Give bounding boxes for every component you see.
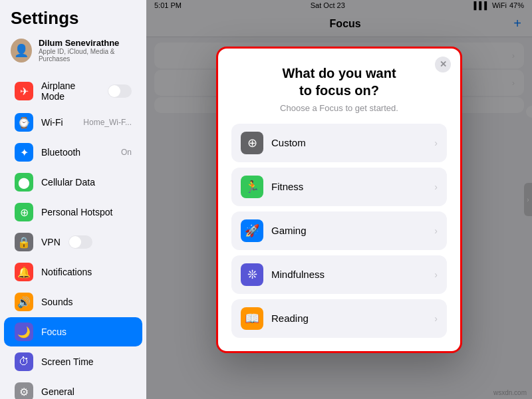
sidebar-header: Settings 👤 Dilum Senevirathne Apple ID, …: [0, 0, 146, 72]
sidebar-icon-bluetooth: ✦: [15, 143, 33, 162]
focus-options-list: ⊕Custom›🏃Fitness›🚀Gaming›❊Mindfulness›📖R…: [231, 124, 447, 338]
sidebar-items-list: ✈Airplane Mode⌚Wi-FiHome_Wi-F...✦Bluetoo…: [0, 72, 146, 399]
sidebar-item-vpn[interactable]: 🔒VPN: [4, 227, 142, 257]
sidebar-label: Cellular Data: [41, 177, 95, 188]
sidebar-icon-screen-time: ⏱: [15, 352, 33, 371]
sidebar-label: Sounds: [41, 297, 72, 307]
user-info: Dilum Senevirathne Apple ID, iCloud, Med…: [39, 38, 136, 63]
sidebar-item-value: Home_Wi-F...: [83, 118, 132, 127]
focus-option-reading[interactable]: 📖Reading›: [231, 299, 447, 338]
user-sub: Apple ID, iCloud, Media & Purchases: [39, 48, 136, 63]
sidebar-item-wi-fi[interactable]: ⌚Wi-FiHome_Wi-F...: [4, 108, 142, 137]
focus-option-label: Mindfulness: [271, 269, 426, 280]
sidebar-item-sounds[interactable]: 🔊Sounds: [4, 287, 142, 317]
focus-modal: ✕ What do you wantto focus on? Choose a …: [216, 47, 462, 353]
chevron-right-icon: ›: [434, 182, 438, 192]
user-row[interactable]: 👤 Dilum Senevirathne Apple ID, iCloud, M…: [11, 34, 136, 66]
toggle-switch[interactable]: [68, 235, 92, 249]
sidebar-item-bluetooth[interactable]: ✦BluetoothOn: [4, 138, 142, 167]
modal-overlay: ✕ What do you wantto focus on? Choose a …: [146, 0, 532, 399]
sidebar-item-notifications[interactable]: 🔔Notifications: [4, 257, 142, 287]
focus-option-label: Fitness: [271, 181, 426, 192]
sidebar-label: Wi-Fi: [41, 117, 63, 128]
sidebar-item-personal-hotspot[interactable]: ⊕Personal Hotspot: [4, 198, 142, 227]
sidebar-label: Focus: [41, 327, 66, 337]
focus-option-icon-custom: ⊕: [241, 132, 263, 154]
chevron-right-icon: ›: [434, 313, 438, 324]
settings-title: Settings: [11, 8, 136, 29]
sidebar-item-general[interactable]: ⚙General: [4, 377, 142, 399]
sidebar-icon-focus: 🌙: [15, 323, 33, 341]
chevron-right-icon: ›: [434, 225, 438, 236]
sidebar-icon-airplane-mode: ✈: [15, 82, 33, 100]
avatar: 👤: [11, 39, 32, 63]
sidebar-icon-cellular-data: ⬤: [15, 173, 33, 192]
focus-option-fitness[interactable]: 🏃Fitness›: [231, 168, 447, 206]
focus-option-label: Reading: [271, 313, 426, 324]
modal-subheading: Choose a Focus to get started.: [231, 103, 447, 113]
modal-heading: What do you wantto focus on?: [231, 65, 447, 99]
focus-option-label: Gaming: [271, 225, 426, 236]
main-content: 5:01 PM Sat Oct 23 ▌▌▌ WiFi 47% Focus + …: [146, 0, 532, 399]
sidebar-icon-personal-hotspot: ⊕: [15, 203, 33, 221]
focus-option-icon-reading: 📖: [241, 307, 263, 330]
sidebar-label: Screen Time: [41, 356, 94, 367]
sidebar-icon-notifications: 🔔: [15, 263, 33, 281]
sidebar-label: Bluetooth: [41, 147, 80, 158]
modal-close-button[interactable]: ✕: [435, 57, 451, 72]
sidebar-label: General: [41, 386, 74, 397]
sidebar-icon-vpn: 🔒: [15, 233, 33, 251]
focus-option-icon-gaming: 🚀: [241, 219, 263, 242]
focus-option-gaming[interactable]: 🚀Gaming›: [231, 211, 447, 250]
sidebar-label: Personal Hotspot: [41, 207, 112, 217]
sidebar: Settings 👤 Dilum Senevirathne Apple ID, …: [0, 0, 146, 399]
sidebar-icon-general: ⚙: [15, 382, 33, 399]
user-name: Dilum Senevirathne: [39, 38, 136, 48]
sidebar-icon-wi-fi: ⌚: [15, 113, 33, 132]
focus-option-icon-fitness: 🏃: [241, 176, 263, 198]
sidebar-item-cellular-data[interactable]: ⬤Cellular Data: [4, 168, 142, 197]
focus-option-icon-mindfulness: ❊: [241, 263, 263, 286]
focus-option-label: Custom: [271, 137, 426, 148]
sidebar-item-screen-time[interactable]: ⏱Screen Time: [4, 347, 142, 376]
sidebar-item-airplane-mode[interactable]: ✈Airplane Mode: [4, 75, 142, 107]
chevron-right-icon: ›: [434, 269, 438, 280]
sidebar-label: VPN: [41, 237, 61, 247]
sidebar-item-value: On: [121, 148, 132, 157]
sidebar-item-focus[interactable]: 🌙Focus: [4, 317, 142, 346]
focus-option-mindfulness[interactable]: ❊Mindfulness›: [231, 255, 447, 294]
sidebar-icon-sounds: 🔊: [15, 293, 33, 311]
sidebar-label: Airplane Mode: [41, 80, 100, 102]
sidebar-label: Notifications: [41, 267, 92, 277]
chevron-right-icon: ›: [434, 138, 438, 148]
toggle-switch[interactable]: [108, 84, 132, 98]
focus-option-custom[interactable]: ⊕Custom›: [231, 124, 447, 162]
